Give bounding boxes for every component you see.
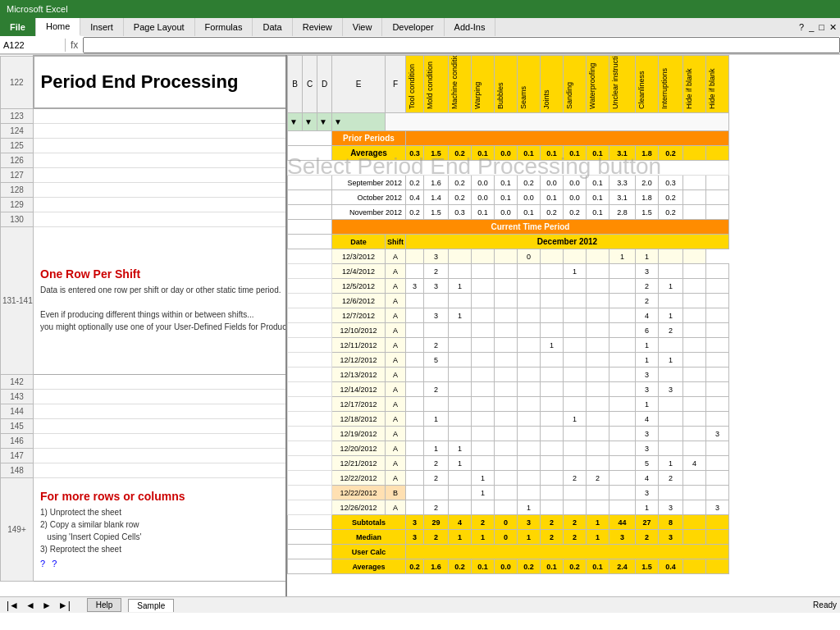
table-row: 12/5/2012 A 3 3 1 2 1 xyxy=(288,279,729,294)
col-header-seams: Seams xyxy=(518,56,541,113)
sheet-nav-first[interactable]: |◄ xyxy=(3,600,22,611)
close-icon[interactable]: ✕ xyxy=(829,22,837,33)
subtotals-row: Subtotals 3 29 4 2 0 3 2 2 1 44 27 8 xyxy=(288,515,729,530)
subtotals-label: Subtotals xyxy=(332,515,406,530)
tab-developer[interactable]: Developer xyxy=(382,18,444,36)
help-icon[interactable]: ? xyxy=(799,22,804,32)
col-header-joints: Joints xyxy=(541,56,564,113)
table-row: 12/22/2012 A 2 1 2 2 4 2 xyxy=(288,471,729,486)
dropdown-d[interactable]: ▼ xyxy=(317,113,332,131)
usercalc-row: User Calc xyxy=(288,545,729,559)
status-bar: Ready xyxy=(813,600,837,609)
title-cell: Period End Processing xyxy=(34,56,288,108)
col-header-sanding: Sanding xyxy=(564,56,587,113)
table-row: 12/13/2012 A 3 xyxy=(288,368,729,382)
ribbon-tabs: File Home Insert Page Layout Formulas Da… xyxy=(0,18,840,36)
col-header-e: E xyxy=(332,56,386,113)
col-header-f: F xyxy=(386,56,406,113)
sheet-tab-help[interactable]: Help xyxy=(87,598,122,612)
name-box[interactable]: A122 xyxy=(0,39,66,52)
table-row: 12/14/2012 A 2 3 3 xyxy=(288,382,729,397)
prior-avg-5: 0.1 xyxy=(518,146,541,161)
sheet-tab-sample[interactable]: Sample xyxy=(128,599,174,612)
help-link-1[interactable]: ? xyxy=(40,559,45,568)
col-header-warping: Warping xyxy=(472,56,495,113)
formula-input[interactable] xyxy=(83,37,840,53)
info-box-1-text: Data is entered one row per shift or day… xyxy=(40,284,281,333)
oct-label: October 2012 xyxy=(332,190,406,205)
prior-avg-8: 0.1 xyxy=(587,146,609,161)
month-label: December 2012 xyxy=(406,235,729,249)
col-header-d: D xyxy=(317,56,332,113)
current-period-label: Current Time Period xyxy=(332,220,729,235)
table-row: 12/7/2012 A 3 1 4 1 xyxy=(288,308,729,323)
date-cell: 12/3/2012 xyxy=(332,249,386,264)
table-row: 12/12/2012 A 5 1 1 xyxy=(288,353,729,368)
prior-avg-3: 0.1 xyxy=(472,146,495,161)
info-box-1: One Row Per Shift Data is entered one ro… xyxy=(34,226,288,374)
sep-label: September 2012 xyxy=(332,176,406,190)
prior-avg-2: 0.2 xyxy=(449,146,472,161)
prior-avg-1: 1.5 xyxy=(424,146,449,161)
final-averages-label: Averages xyxy=(332,559,406,574)
col-header-waterproofing: Waterproofing xyxy=(587,56,609,113)
prior-avg-9: 3.1 xyxy=(609,146,636,161)
prior-avg-6: 0.1 xyxy=(541,146,564,161)
final-averages-row: Averages 0.2 1.6 0.2 0.1 0.0 0.2 0.1 0.2… xyxy=(288,559,729,574)
prior-periods-label: Prior Periods xyxy=(332,131,406,146)
info-box-2-title: For more rows or columns xyxy=(40,490,281,503)
col-header-b: B xyxy=(288,56,303,113)
info-box-2-text: 1) Unprotect the sheet 2) Copy a similar… xyxy=(40,506,281,555)
nov-label: November 2012 xyxy=(332,205,406,220)
col-header-hide1: Hide if blank xyxy=(683,56,706,113)
info-box-2: For more rows or columns 1) Unprotect th… xyxy=(34,477,288,581)
col-header-hide2: Hide if blank xyxy=(706,56,729,113)
minimize-icon[interactable]: _ xyxy=(809,22,814,32)
col-header-unclear: Unclear instructions xyxy=(609,56,636,113)
table-row: 12/6/2012 A 2 xyxy=(288,294,729,308)
col-header-machine: Machine condition xyxy=(449,56,472,113)
tab-home[interactable]: Home xyxy=(36,18,80,36)
shift-cell: A xyxy=(386,249,406,264)
dropdown-b[interactable]: ▼ xyxy=(288,113,303,131)
tab-data[interactable]: Data xyxy=(253,18,292,36)
table-row: 12/19/2012 A 3 xyxy=(288,427,729,441)
tab-formulas[interactable]: Formulas xyxy=(195,18,253,36)
col-header-c: C xyxy=(303,56,317,113)
tab-addins[interactable]: Add-Ins xyxy=(445,18,496,36)
usercalc-label: User Calc xyxy=(332,545,406,559)
prior-avg-11: 0.2 xyxy=(659,146,683,161)
table-row: 12/20/2012 A 1 1 3 xyxy=(288,441,729,456)
dropdown-e[interactable]: ▼ xyxy=(332,113,386,131)
sheet-nav-prev[interactable]: ◄ xyxy=(22,600,39,611)
tab-page-layout[interactable]: Page Layout xyxy=(124,18,195,36)
help-link-2[interactable]: ? xyxy=(52,559,57,568)
sheet-nav-next[interactable]: ► xyxy=(39,600,55,611)
formula-bar: A122 fx xyxy=(0,36,840,54)
col-header-cleanliness: Cleanliness xyxy=(636,56,659,113)
tab-view[interactable]: View xyxy=(343,18,383,36)
tab-review[interactable]: Review xyxy=(293,18,343,36)
table-row: 12/10/2012 A 6 2 xyxy=(288,323,729,338)
prior-avg-0: 0.3 xyxy=(406,146,424,161)
table-row: 12/22/2012 B 1 3 xyxy=(288,486,729,500)
col-header-interruptions: Interruptions xyxy=(659,56,683,113)
table-row: 12/18/2012 A 1 1 4 xyxy=(288,412,729,427)
prior-avg-7: 0.1 xyxy=(564,146,587,161)
bottom-bar: |◄ ◄ ► ►| Help Sample Ready xyxy=(0,596,840,613)
table-row: 12/3/2012 A 3 0 1 1 xyxy=(288,249,729,264)
restore-icon[interactable]: □ xyxy=(819,22,824,32)
prior-avg-10: 1.8 xyxy=(636,146,659,161)
tab-insert[interactable]: Insert xyxy=(80,18,124,36)
col-header-tool: Tool condition xyxy=(406,56,424,113)
median-row: Median 3 2 1 1 0 1 2 2 1 3 2 3 xyxy=(288,530,729,545)
table-row: 12/11/2012 A 2 1 1 xyxy=(288,338,729,353)
dropdown-c[interactable]: ▼ xyxy=(303,113,317,131)
sheet-nav-last[interactable]: ►| xyxy=(55,600,74,611)
table-row: 12/26/2012 A 2 1 1 3 xyxy=(288,500,729,515)
tab-file[interactable]: File xyxy=(0,18,36,36)
table-row: 12/17/2012 A 1 xyxy=(288,397,729,412)
median-label: Median xyxy=(332,530,406,545)
row-header-title: 122 xyxy=(1,56,34,108)
table-row: 12/4/2012 A 2 1 3 xyxy=(288,264,729,279)
